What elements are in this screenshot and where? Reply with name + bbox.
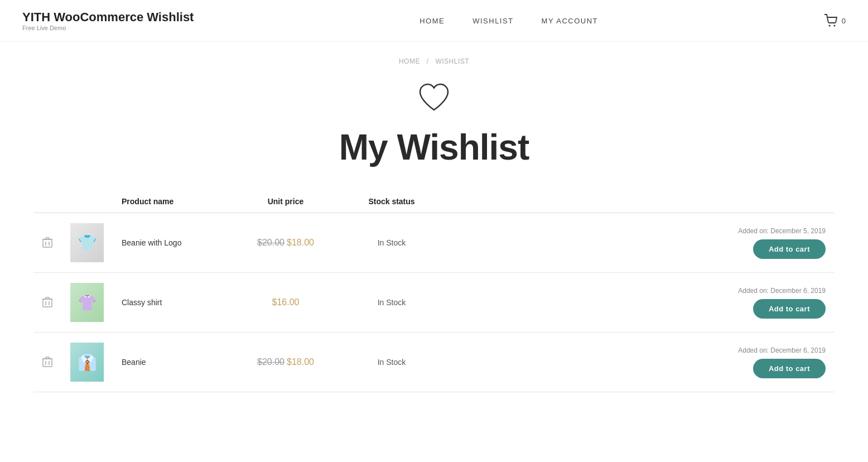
col-unit-price: Unit price bbox=[235, 190, 336, 213]
col-delete bbox=[33, 190, 61, 213]
col-product-name: Product name bbox=[113, 190, 235, 213]
price-cell: $20.00$18.00 bbox=[235, 333, 336, 392]
product-thumbnail bbox=[70, 343, 104, 382]
breadcrumb-separator: / bbox=[427, 57, 429, 65]
col-thumb bbox=[61, 190, 113, 213]
action-cell: Added on: December 5, 2019 Add to cart bbox=[447, 213, 835, 273]
product-name-cell: Beanie bbox=[113, 333, 235, 392]
stock-cell: In Stock bbox=[336, 273, 447, 333]
wishlist-header: My Wishlist bbox=[0, 71, 868, 190]
product-name[interactable]: Classy shirt bbox=[122, 298, 162, 307]
cart-count: 0 bbox=[842, 17, 846, 25]
action-cell: Added on: December 6, 2019 Add to cart bbox=[447, 333, 835, 392]
price-cell: $20.00$18.00 bbox=[235, 213, 336, 273]
table-row: Beanie with Logo $20.00$18.00 In Stock A… bbox=[33, 213, 835, 273]
wishlist-table-wrapper: Product name Unit price Stock status bbox=[0, 190, 868, 392]
breadcrumb: HOME / WISHLIST bbox=[0, 42, 868, 71]
nav-my-account[interactable]: MY ACCOUNT bbox=[542, 17, 598, 25]
product-thumb-cell bbox=[61, 273, 113, 333]
delete-cell bbox=[33, 273, 61, 333]
breadcrumb-current: WISHLIST bbox=[435, 57, 469, 65]
col-stock-status: Stock status bbox=[336, 190, 447, 213]
nav-home[interactable]: HOME bbox=[419, 17, 445, 25]
svg-rect-16 bbox=[43, 359, 52, 367]
main-nav: HOME WISHLIST MY ACCOUNT bbox=[419, 17, 598, 25]
table-row: Beanie $20.00$18.00 In Stock Added on: D… bbox=[33, 333, 835, 392]
stock-status: In Stock bbox=[378, 238, 406, 247]
action-cell: Added on: December 6, 2019 Add to cart bbox=[447, 273, 835, 333]
site-logo[interactable]: YITH WooCommerce Wishlist bbox=[22, 10, 194, 25]
col-action bbox=[447, 190, 835, 213]
add-to-cart-button[interactable]: Add to cart bbox=[753, 359, 826, 378]
product-thumbnail bbox=[70, 223, 104, 262]
product-name[interactable]: Beanie bbox=[122, 358, 146, 367]
product-thumb-cell bbox=[61, 213, 113, 273]
price-cell: $16.00 bbox=[235, 273, 336, 333]
stock-cell: In Stock bbox=[336, 333, 447, 392]
breadcrumb-home[interactable]: HOME bbox=[399, 57, 420, 65]
svg-point-1 bbox=[833, 25, 835, 27]
product-name-cell: Classy shirt bbox=[113, 273, 235, 333]
added-on-label: Added on: December 6, 2019 bbox=[456, 346, 826, 354]
price-regular: $16.00 bbox=[272, 297, 300, 307]
table-row: Classy shirt $16.00 In Stock Added on: D… bbox=[33, 273, 835, 333]
price-old: $20.00 bbox=[257, 238, 284, 247]
cart-icon bbox=[824, 14, 840, 27]
table-header-row: Product name Unit price Stock status bbox=[33, 190, 835, 213]
add-to-cart-button[interactable]: Add to cart bbox=[753, 299, 826, 319]
site-tagline: Free Live Demo bbox=[22, 25, 194, 31]
product-thumb-cell bbox=[61, 333, 113, 392]
delete-cell bbox=[33, 333, 61, 392]
added-on-label: Added on: December 5, 2019 bbox=[456, 227, 826, 235]
added-on-label: Added on: December 6, 2019 bbox=[456, 287, 826, 295]
product-name-cell: Beanie with Logo bbox=[113, 213, 235, 273]
heart-icon bbox=[0, 82, 868, 118]
price-old: $20.00 bbox=[257, 357, 284, 367]
product-name[interactable]: Beanie with Logo bbox=[122, 238, 181, 247]
stock-cell: In Stock bbox=[336, 213, 447, 273]
stock-status: In Stock bbox=[378, 358, 406, 367]
delete-icon[interactable] bbox=[42, 357, 52, 368]
delete-icon[interactable] bbox=[42, 297, 52, 308]
svg-rect-2 bbox=[43, 239, 52, 247]
product-thumbnail bbox=[70, 283, 104, 322]
wishlist-table: Product name Unit price Stock status bbox=[33, 190, 835, 392]
delete-cell bbox=[33, 213, 61, 273]
cart-icon-wrapper[interactable]: 0 bbox=[824, 14, 846, 27]
logo-block: YITH WooCommerce Wishlist Free Live Demo bbox=[22, 10, 194, 31]
svg-rect-9 bbox=[43, 299, 52, 307]
stock-status: In Stock bbox=[378, 298, 406, 307]
price-new: $18.00 bbox=[287, 238, 314, 247]
add-to-cart-button[interactable]: Add to cart bbox=[753, 239, 826, 259]
delete-icon[interactable] bbox=[42, 237, 52, 248]
price-new: $18.00 bbox=[287, 357, 314, 367]
page-title: My Wishlist bbox=[0, 127, 868, 168]
nav-wishlist[interactable]: WISHLIST bbox=[472, 17, 513, 25]
svg-point-0 bbox=[828, 25, 830, 27]
site-header: YITH WooCommerce Wishlist Free Live Demo… bbox=[0, 0, 868, 42]
